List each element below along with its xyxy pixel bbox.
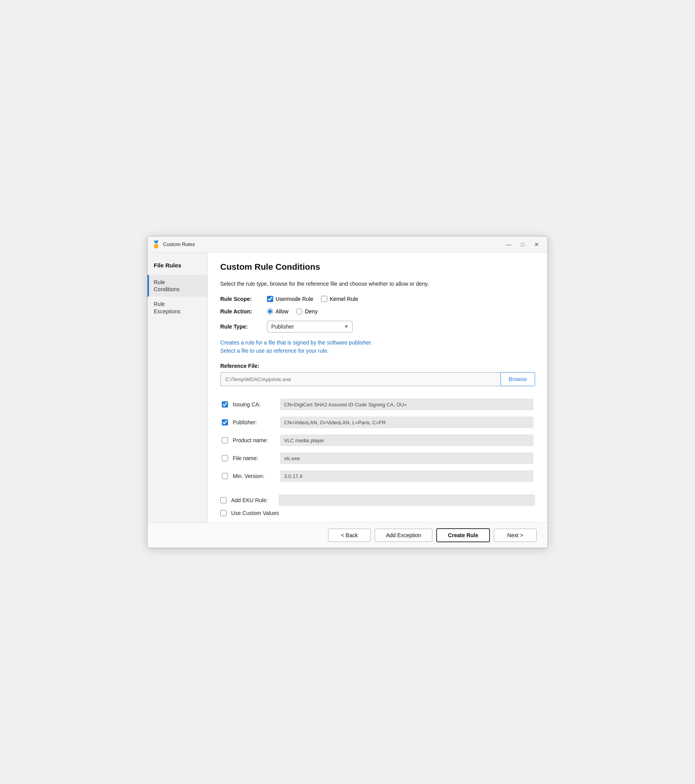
publisher-row: Publisher:: [220, 413, 535, 431]
reference-file-label: Reference File:: [220, 363, 535, 369]
usermode-rule-label: Usermode Rule: [276, 296, 313, 302]
add-eku-rule-row: Add EKU Rule:: [220, 494, 535, 506]
file-name-value[interactable]: [280, 452, 534, 464]
window-controls: — □ ✕: [502, 239, 543, 250]
sidebar: File Rules RuleConditions RuleExceptions: [147, 253, 208, 522]
deny-radio-item[interactable]: Deny: [296, 308, 318, 315]
kernel-rule-label: Kernel Rule: [330, 296, 358, 302]
issuing-ca-row: Issuing CA:: [220, 396, 535, 413]
kernel-rule-checkbox[interactable]: [321, 296, 327, 302]
deny-label: Deny: [305, 308, 318, 315]
sidebar-heading: File Rules: [147, 259, 207, 275]
page-description: Select the rule type, browse for the ref…: [220, 280, 535, 288]
rule-action-group: Allow Deny: [267, 308, 318, 315]
minimize-button[interactable]: —: [502, 239, 515, 250]
min-version-value[interactable]: [280, 470, 534, 482]
rule-type-row: Rule Type: Publisher Path Hash ▼: [220, 321, 535, 332]
add-eku-rule-value[interactable]: [279, 494, 535, 506]
min-version-checkbox[interactable]: [222, 473, 228, 479]
back-button[interactable]: < Back: [328, 529, 371, 542]
browse-button[interactable]: Browse: [500, 372, 535, 386]
sidebar-item-rule-conditions-label: RuleConditions: [154, 279, 179, 293]
sidebar-item-rule-exceptions-label: RuleExceptions: [154, 301, 180, 315]
publisher-label: Publisher:: [233, 419, 276, 425]
content-area: File Rules RuleConditions RuleExceptions…: [147, 253, 548, 522]
app-window: 🏅 Custom Rules — □ ✕ File Rules RuleCond…: [147, 236, 548, 548]
rule-scope-label: Rule Scope:: [220, 296, 263, 302]
reference-file-input[interactable]: [220, 372, 500, 386]
cert-fields: Issuing CA: Publisher: Product name:: [220, 396, 535, 485]
rule-scope-row: Rule Scope: Usermode Rule Kernel Rule: [220, 296, 535, 302]
app-icon: 🏅: [152, 241, 160, 248]
rule-type-select[interactable]: Publisher Path Hash: [267, 321, 353, 332]
min-version-row: Min. Version:: [220, 467, 535, 485]
kernel-rule-checkbox-item[interactable]: Kernel Rule: [321, 296, 358, 302]
page-title: Custom Rule Conditions: [220, 262, 535, 272]
rule-scope-group: Usermode Rule Kernel Rule: [267, 296, 358, 302]
extra-checks: Add EKU Rule: Use Custom Values: [220, 494, 535, 516]
add-exception-button[interactable]: Add Exception: [375, 529, 432, 542]
sidebar-item-rule-conditions[interactable]: RuleConditions: [147, 275, 207, 297]
sidebar-item-rule-exceptions[interactable]: RuleExceptions: [147, 297, 207, 318]
reference-file-row: Browse: [220, 372, 535, 386]
allow-radio[interactable]: [267, 308, 273, 315]
use-custom-values-label: Use Custom Values: [231, 510, 279, 516]
rule-type-label: Rule Type:: [220, 323, 263, 330]
file-name-row: File name:: [220, 449, 535, 467]
usermode-rule-checkbox-item[interactable]: Usermode Rule: [267, 296, 313, 302]
product-name-row: Product name:: [220, 431, 535, 449]
file-name-label: File name:: [233, 455, 276, 461]
product-name-label: Product name:: [233, 437, 276, 443]
allow-radio-item[interactable]: Allow: [267, 308, 288, 315]
titlebar: 🏅 Custom Rules — □ ✕: [147, 236, 548, 253]
add-eku-rule-label: Add EKU Rule:: [231, 497, 274, 503]
use-custom-values-checkbox[interactable]: [220, 510, 226, 516]
allow-label: Allow: [276, 308, 288, 315]
issuing-ca-checkbox[interactable]: [222, 401, 228, 408]
min-version-label: Min. Version:: [233, 473, 276, 479]
footer: < Back Add Exception Create Rule Next >: [147, 522, 548, 548]
publisher-value[interactable]: [280, 417, 534, 428]
rule-type-select-wrapper: Publisher Path Hash ▼: [267, 321, 353, 332]
rule-action-label: Rule Action:: [220, 308, 263, 315]
close-button[interactable]: ✕: [530, 239, 543, 250]
issuing-ca-label: Issuing CA:: [233, 401, 276, 408]
main-content: Custom Rule Conditions Select the rule t…: [208, 253, 548, 522]
next-button[interactable]: Next >: [494, 529, 537, 542]
helper-text: Creates a rule for a file that is signed…: [220, 339, 535, 355]
use-custom-values-row: Use Custom Values: [220, 510, 535, 516]
window-title: Custom Rules: [163, 241, 502, 247]
issuing-ca-value[interactable]: [280, 399, 534, 410]
product-name-value[interactable]: [280, 434, 534, 446]
deny-radio[interactable]: [296, 308, 302, 315]
file-name-checkbox[interactable]: [222, 455, 228, 461]
publisher-checkbox[interactable]: [222, 419, 228, 425]
rule-action-row: Rule Action: Allow Deny: [220, 308, 535, 315]
add-eku-rule-checkbox[interactable]: [220, 497, 226, 503]
create-rule-button[interactable]: Create Rule: [436, 528, 490, 542]
usermode-rule-checkbox[interactable]: [267, 296, 273, 302]
product-name-checkbox[interactable]: [222, 437, 228, 443]
maximize-button[interactable]: □: [516, 239, 529, 250]
